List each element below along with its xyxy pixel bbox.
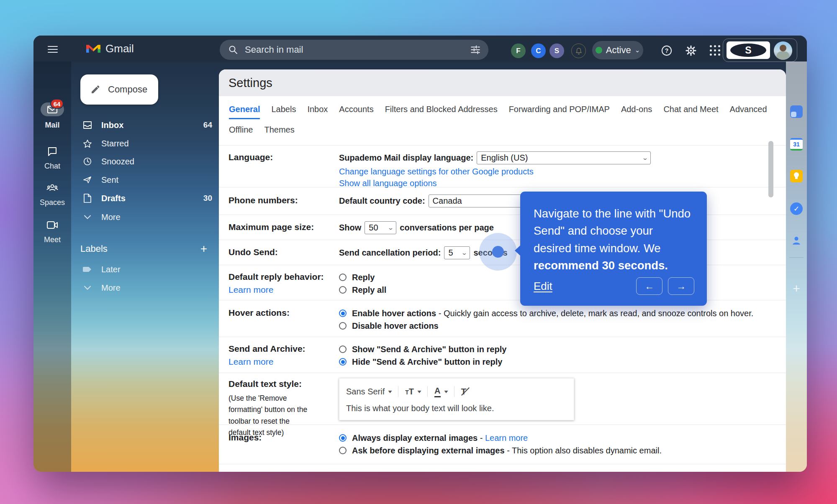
sidebar-item-drafts[interactable]: Drafts 30 [75,191,219,206]
tab-themes[interactable]: Themes [264,125,294,138]
cancellation-period-select[interactable]: 5⌄ [444,246,470,259]
show-language-options-link[interactable]: Show all language options [339,179,437,188]
spaces-icon [33,181,71,195]
language-select[interactable]: English (US)⌄ [477,151,651,164]
tutorial-tooltip: Navigate to the line with "Undo Send" an… [520,192,707,306]
search-options-icon[interactable] [470,44,481,55]
extension-icon-s[interactable]: S [549,43,564,58]
disable-hover-radio[interactable] [339,322,347,330]
mail-badge: 64 [50,99,64,109]
reply-all-radio[interactable] [339,286,347,294]
search-input[interactable]: Search in mail [245,44,470,55]
sidebar-item-more[interactable]: More [75,210,219,225]
chevron-down-icon: ▾ [388,389,392,394]
tooltip-text: Navigate to the line with "Undo Send" an… [534,205,693,274]
field-label: Supademo Mail display language: [339,153,473,163]
gmail-window: Gmail Search in mail F C S [33,36,807,472]
keep-icon[interactable] [790,170,803,182]
tab-filters[interactable]: Filters and Blocked Addresses [385,105,498,119]
send-icon [81,176,94,184]
side-tab-addon-icon[interactable] [790,105,803,118]
tab-chat-meet[interactable]: Chat and Meet [663,105,718,119]
sidebar-item-later[interactable]: Later [75,262,219,277]
sidebar-item-labels-more[interactable]: More [75,280,219,295]
apps-grid-icon[interactable] [709,44,722,57]
chevron-down-icon [81,215,94,219]
tab-forwarding[interactable]: Forwarding and POP/IMAP [509,105,610,119]
rail-item-mail[interactable]: 64 Mail [33,102,71,130]
remove-formatting-icon[interactable]: T [461,386,467,397]
arrow-right-icon: → [676,281,686,292]
search-bar[interactable]: Search in mail [220,40,488,60]
settings-row-hover: Hover actions: Enable hover actions - Qu… [219,300,786,337]
hide-send-archive-radio[interactable] [339,358,347,366]
show-send-archive-radio[interactable] [339,345,347,353]
contacts-icon[interactable] [790,234,803,247]
compose-button[interactable]: Compose [80,74,158,105]
tab-labels[interactable]: Labels [271,105,296,119]
tab-advanced[interactable]: Advanced [730,105,767,119]
enable-hover-radio[interactable] [339,310,347,317]
bell-icon[interactable] [571,43,586,58]
font-family-select[interactable]: Sans Serif [346,387,385,397]
rail-item-spaces[interactable]: Spaces [33,181,71,207]
tab-inbox[interactable]: Inbox [307,105,328,119]
tab-accounts[interactable]: Accounts [339,105,373,119]
tooltip-arrow-left [515,245,521,256]
pagesize-select[interactable]: 50⌄ [365,221,396,234]
label-tag-icon [81,266,94,273]
draft-icon [81,194,94,203]
chevron-down-icon: ▾ [418,389,421,394]
get-addons-icon[interactable]: + [790,282,803,295]
rail-item-chat[interactable]: Chat [33,144,71,171]
text-style-toolbar: Sans Serif ▾ TT ▾ A ▾ T This is what you… [339,378,574,420]
compose-label: Compose [108,84,147,95]
reply-radio[interactable] [339,274,347,281]
sidebar-item-snoozed[interactable]: Snoozed [75,154,219,169]
extension-icon-f[interactable]: F [511,43,526,58]
rail-item-meet[interactable]: Meet [33,218,71,244]
pencil-icon [90,84,100,95]
add-label-icon[interactable]: + [200,242,219,256]
sidebar-item-starred[interactable]: Starred [75,136,219,151]
hamburger-menu-icon[interactable] [48,44,58,55]
workspace-logo[interactable]: S [727,41,770,59]
tab-general[interactable]: General [229,105,260,119]
status-pill[interactable]: Active ⌄ [592,41,643,59]
extension-icon-c[interactable]: C [531,43,546,58]
prev-step-button[interactable]: ← [636,277,662,295]
tab-addons[interactable]: Add-ons [621,105,652,119]
scrollbar-thumb[interactable] [768,141,773,197]
chevron-down-icon: ▾ [444,389,448,394]
account-group: S [723,38,797,62]
active-status-dot [596,47,602,54]
settings-tabs-row1: General Labels Inbox Accounts Filters an… [219,96,786,119]
tasks-icon[interactable]: ✓ [790,202,803,215]
settings-gear-icon[interactable] [684,44,698,57]
next-step-button[interactable]: → [668,277,694,295]
inbox-icon [81,121,94,129]
sendarchive-learn-more-link[interactable]: Learn more [229,357,273,366]
sidebar-item-sent[interactable]: Sent [75,172,219,187]
help-icon[interactable]: ? [660,44,673,57]
star-icon [81,139,94,148]
labels-header: Labels + [80,242,219,256]
arrow-left-icon: ← [644,281,654,292]
edit-link[interactable]: Edit [534,280,552,293]
hotspot-dot[interactable] [492,246,504,258]
calendar-icon[interactable]: 31 [790,138,803,151]
settings-title: Settings [219,69,786,96]
change-language-link[interactable]: Change language settings for other Googl… [339,167,534,176]
always-display-images-radio[interactable] [339,434,347,442]
chevron-down-icon: ⌄ [635,46,640,54]
avatar[interactable] [774,41,792,60]
sidebar-item-inbox[interactable]: Inbox 64 [75,118,219,133]
gmail-logo-icon [86,43,100,54]
meet-icon [33,218,71,232]
images-learn-more-link[interactable]: Learn more [485,433,528,443]
tab-offline[interactable]: Offline [229,125,253,138]
ask-before-images-radio[interactable] [339,447,347,454]
reply-learn-more-link[interactable]: Learn more [229,285,273,294]
text-color-icon[interactable]: A [434,386,440,397]
font-size-icon[interactable]: TT [405,387,414,397]
